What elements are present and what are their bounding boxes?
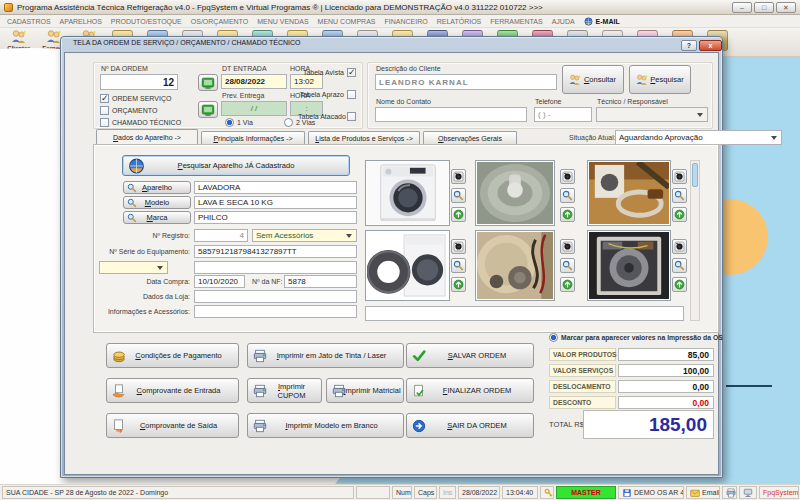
menu-vendas[interactable]: MENU VENDAS [257,18,308,25]
menu-relatorios[interactable]: RELATÓRIOS [437,18,482,25]
photos-scrollbar[interactable] [690,160,700,321]
photo2-upload-button[interactable] [560,207,575,222]
delivery-date-input[interactable]: / / [221,101,287,116]
photo6-upload-button[interactable] [672,277,687,292]
close-button[interactable]: ✕ [776,2,796,13]
photo5-zoom-button[interactable] [560,258,575,273]
delivery-date-picker-button[interactable] [198,101,218,118]
checkbox-tabela-aprazo[interactable]: Tabela Aprazo [298,90,356,99]
phone-input[interactable]: ( ) - [534,107,592,122]
photo6-capture-button[interactable] [672,239,687,254]
comprovante-entrada-button[interactable]: Comprovante de Entrada [106,378,239,403]
upload-icon [453,209,464,220]
radio-1-via[interactable]: 1 Via [225,118,253,127]
consultar-button[interactable]: Consultar [562,65,624,94]
serie-input[interactable]: 58579121879841327897TT [194,245,357,258]
dialog-help-button[interactable]: ? [681,40,697,51]
registro-input[interactable]: 4 [194,229,248,242]
deslocamento-value[interactable]: 0,00 [618,380,714,393]
checkbox-ordem-servico[interactable]: ORDEM SERVIÇO [100,94,171,103]
imprimir-matricial-button[interactable]: Imprimir Matricial [326,378,404,403]
info-acessorios-input[interactable] [194,305,357,318]
marca-input[interactable]: PHILCO [194,211,357,224]
tab-dados-aparelho[interactable]: Dados do Aparelho -> [96,129,198,144]
comprovante-saida-button[interactable]: Comprovante de Saída [106,413,239,438]
photo1-capture-button[interactable] [451,169,466,184]
tab-principais-informacoes[interactable]: Principais Informações -> [201,131,305,144]
technician-select[interactable] [596,107,708,122]
extra-select[interactable] [99,261,168,274]
salvar-ordem-button[interactable]: SALVAR ORDEM [406,343,534,368]
data-compra-input[interactable]: 10/10/2020 [194,275,245,288]
menu-os-orcamento[interactable]: OS/ORÇAMENTO [191,18,248,25]
dialog-title: TELA DA ORDEM DE SERVIÇO / ORÇAMENTO / C… [73,39,301,46]
minimize-button[interactable]: – [732,2,752,13]
marca-search-button[interactable]: Marca [123,211,191,224]
photo4-zoom-button[interactable] [451,258,466,273]
order-number-input[interactable]: 12 [100,74,178,90]
checkbox-orcamento[interactable]: ORÇAMENTO [100,106,157,115]
photo1-zoom-button[interactable] [451,188,466,203]
modelo-search-button[interactable]: Modelo [123,196,191,209]
photo5-upload-button[interactable] [560,277,575,292]
photo1-upload-button[interactable] [451,207,466,222]
checkbox-tabela-avista[interactable]: Tabela Avista [298,68,356,77]
extra-input[interactable] [194,261,357,274]
clients-icon [9,29,29,45]
pesquisar-cliente-button[interactable]: Pesquisar [629,65,691,94]
menu-email[interactable]: E-MAIL [584,17,620,26]
valor-servicos-value[interactable]: 100,00 [618,364,714,377]
modelo-input[interactable]: LAVA E SECA 10 KG [194,196,357,209]
condicoes-pagamento-button[interactable]: Condições de Pagamento [106,343,239,368]
imprimir-cupom-button[interactable]: Imprimir CUPOM [247,378,322,403]
aparelho-search-button[interactable]: Aparelho [123,181,191,194]
menu-ferramentas[interactable]: FERRAMENTAS [490,18,542,25]
maximize-button[interactable]: □ [754,2,774,13]
checkbox-chamado-tecnico[interactable]: CHAMADO TÉCNICO [100,118,181,127]
menu-financeiro[interactable]: FINANCEIRO [385,18,428,25]
photo3-upload-button[interactable] [672,207,687,222]
photo3-capture-button[interactable] [672,169,687,184]
scrollbar-thumb[interactable] [692,163,698,187]
radio-marcar-valores[interactable]: Marcar para aparecer valores na Impressã… [549,333,723,342]
valor-produtos-value[interactable]: 85,00 [618,348,714,361]
tab-lista-produtos-servicos[interactable]: Lista de Produtos e Serviços -> [308,131,420,144]
client-name-input[interactable]: LEANDRO KARNAL [375,74,557,90]
imprimir-branco-button[interactable]: Imprimir Modelo em Branco [247,413,404,438]
printer-icon [253,349,267,363]
dialog-close-button[interactable]: x [699,40,722,51]
finalizar-ordem-button[interactable]: FINALIZAR ORDEM [406,378,534,403]
desconto-value[interactable]: 0,00 [618,396,714,409]
entry-date-picker-button[interactable] [198,74,218,91]
photo4-capture-button[interactable] [451,239,466,254]
tab-observacoes-gerais[interactable]: Observações Gerais [423,131,517,144]
acessorios-select[interactable]: Sem Acessórios [252,229,357,242]
status-email-button[interactable]: Email [686,486,720,499]
contact-name-input[interactable] [375,107,527,122]
menu-ajuda[interactable]: AJUDA [552,18,575,25]
photo3-zoom-button[interactable] [672,188,687,203]
photo2-zoom-button[interactable] [560,188,575,203]
loja-input[interactable] [194,290,357,303]
menu-produto-estoque[interactable]: PRODUTO/ESTOQUE [111,18,182,25]
photo6-zoom-button[interactable] [672,258,687,273]
situacao-select[interactable]: Aguardando Aprovação [615,130,782,145]
aparelho-input[interactable]: LAVADORA [194,181,357,194]
status-printer-button[interactable] [722,486,737,499]
status-computer [739,486,757,499]
menu-aparelhos[interactable]: APARELHOS [60,18,102,25]
photo5-capture-button[interactable] [560,239,575,254]
pesquisar-aparelho-button[interactable]: Pesquisar Aparelho JÁ Cadastrado [122,155,350,176]
photo2-capture-button[interactable] [560,169,575,184]
sair-ordem-button[interactable]: SAIR DA ORDEM [406,413,534,438]
equipment-photo-1 [365,160,450,226]
photo-caption-input[interactable] [365,306,684,321]
checkbox-tabela-atacado[interactable]: Tabela Atacado [298,112,356,121]
photo4-upload-button[interactable] [451,277,466,292]
menu-compras[interactable]: MENU COMPRAS [318,18,376,25]
entry-date-input[interactable]: 28/08/2022 [221,74,287,89]
serie-label: Nº Série do Equipamento: [94,248,190,255]
nf-input[interactable]: 5878 [284,275,357,288]
menu-cadastros[interactable]: CADASTROS [7,18,51,25]
imprimir-jato-button[interactable]: Imprimir em Jato de Tinta / Laser [247,343,404,368]
